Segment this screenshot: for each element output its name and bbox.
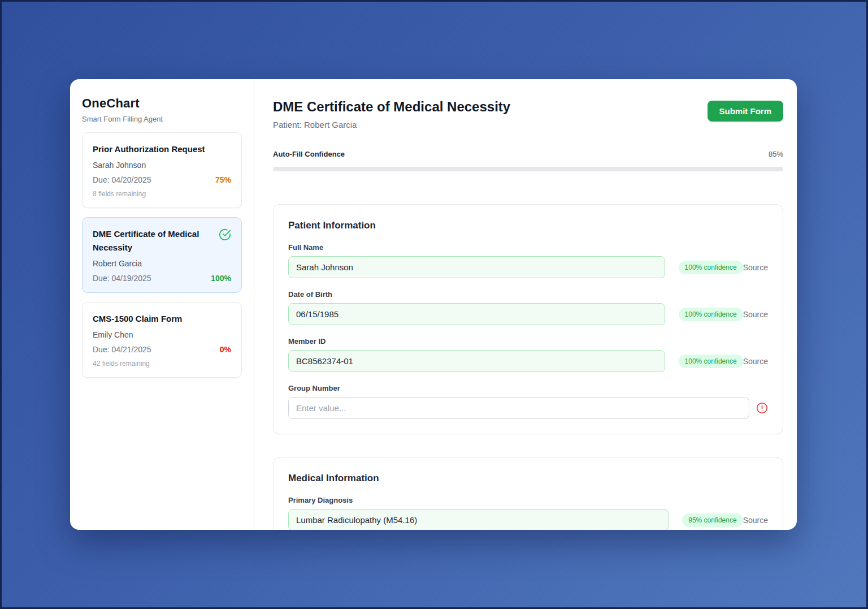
desktop-background: { "app": { "name": "OneChart", "tagline"… — [0, 0, 868, 609]
form-card-patient: Sarah Johnson — [93, 161, 231, 170]
confidence-badge: 100% confidence — [679, 308, 743, 321]
app-window: OneChart Smart Form Filling Agent Prior … — [70, 79, 797, 530]
field-member-id: Member ID 100% confidence Source — [288, 337, 768, 372]
autofill-progress-bar — [273, 167, 783, 171]
form-card-title: DME Certificate of Medical Necessity — [93, 227, 211, 254]
form-card-title: Prior Authorization Request — [93, 142, 231, 156]
form-card-percent: 100% — [211, 274, 231, 283]
section-title: Patient Information — [288, 220, 768, 231]
form-card-due-date: Due: 04/19/2025 — [93, 274, 151, 283]
group-number-input[interactable] — [288, 397, 749, 419]
form-card-percent: 0% — [220, 345, 231, 354]
confidence-badge: 95% confidence — [682, 513, 743, 527]
page-title: DME Certificate of Medical Necessity — [273, 99, 510, 115]
form-card-due-date: Due: 04/21/2025 — [93, 345, 151, 354]
field-label: Group Number — [288, 384, 768, 392]
source-link[interactable]: Source — [743, 357, 768, 366]
field-group-number: Group Number — [288, 384, 768, 419]
member-id-input[interactable] — [288, 350, 665, 372]
submit-form-button[interactable]: Submit Form — [708, 101, 784, 122]
form-card-fields-remaining: 42 fields remaining — [93, 360, 231, 368]
app-title: OneChart — [82, 96, 242, 111]
form-card-fields-remaining: 8 fields remaining — [93, 190, 231, 198]
date-of-birth-input[interactable] — [288, 303, 665, 325]
section-patient-information: Patient Information Full Name 100% confi… — [273, 204, 783, 434]
form-card-patient: Robert Garcia — [93, 259, 231, 268]
check-circle-icon — [219, 228, 231, 243]
full-name-input[interactable] — [288, 256, 665, 278]
field-date-of-birth: Date of Birth 100% confidence Source — [288, 290, 768, 325]
source-link[interactable]: Source — [743, 263, 768, 272]
field-label: Member ID — [288, 337, 768, 345]
form-card-dme-certificate[interactable]: DME Certificate of Medical Necessity Rob… — [82, 217, 242, 293]
sidebar: OneChart Smart Form Filling Agent Prior … — [70, 79, 254, 530]
field-primary-diagnosis: Primary Diagnosis 95% confidence Source — [288, 496, 768, 530]
main-content: DME Certificate of Medical Necessity Pat… — [254, 79, 797, 530]
source-link[interactable]: Source — [743, 310, 768, 319]
confidence-badge: 100% confidence — [679, 355, 743, 368]
autofill-confidence-row: Auto-Fill Confidence 85% — [273, 150, 783, 158]
page-patient-line: Patient: Robert Garcia — [273, 120, 510, 129]
field-full-name: Full Name 100% confidence Source — [288, 243, 768, 278]
section-medical-information: Medical Information Primary Diagnosis 95… — [273, 457, 783, 530]
autofill-confidence-percent: 85% — [769, 150, 783, 158]
form-card-cms-1500[interactable]: CMS-1500 Claim Form Emily Chen Due: 04/2… — [82, 302, 242, 378]
field-label: Full Name — [288, 243, 768, 252]
form-card-due-date: Due: 04/20/2025 — [93, 175, 151, 184]
form-header: DME Certificate of Medical Necessity Pat… — [273, 99, 783, 129]
alert-circle-icon — [756, 402, 768, 414]
section-title: Medical Information — [288, 473, 768, 484]
form-card-patient: Emily Chen — [93, 330, 231, 339]
source-link[interactable]: Source — [743, 516, 768, 525]
form-card-title: CMS-1500 Claim Form — [93, 312, 231, 325]
app-tagline: Smart Form Filling Agent — [82, 115, 242, 123]
primary-diagnosis-input[interactable] — [288, 509, 669, 530]
form-card-percent: 75% — [215, 175, 231, 184]
form-card-prior-authorization[interactable]: Prior Authorization Request Sarah Johnso… — [82, 132, 242, 208]
autofill-confidence-label: Auto-Fill Confidence — [273, 150, 345, 158]
field-label: Date of Birth — [288, 290, 768, 299]
confidence-badge: 100% confidence — [679, 261, 743, 274]
field-label: Primary Diagnosis — [288, 496, 768, 504]
